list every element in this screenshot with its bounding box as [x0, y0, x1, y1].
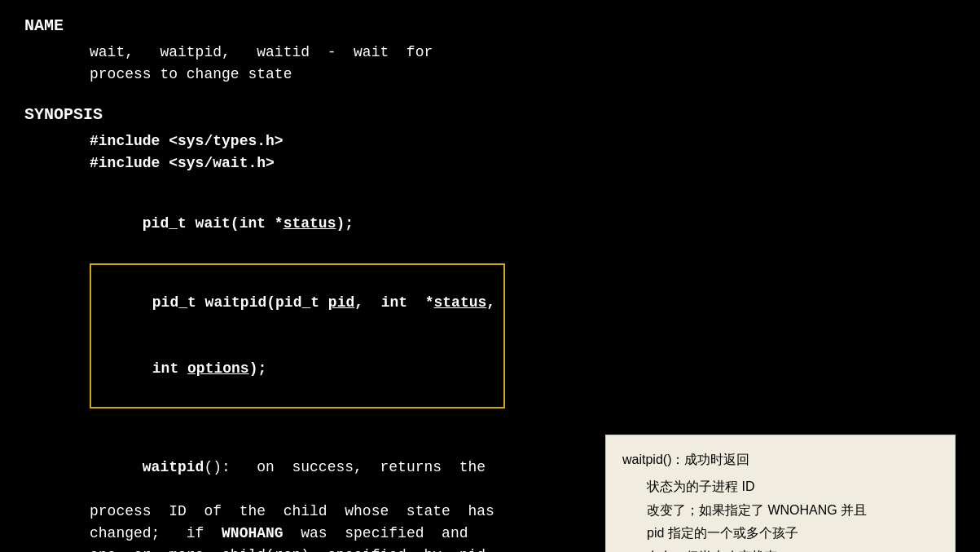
- include1-line: #include <sys/types.h>: [90, 130, 956, 152]
- description-text-block: waitpid(): on success, returns the proce…: [24, 435, 644, 552]
- synopsis-section: SYNOPSIS #include <sys/types.h> #include…: [24, 105, 956, 415]
- pid-underline: pid: [328, 294, 354, 311]
- tooltip-title: waitpid()：成功时返回: [622, 448, 938, 472]
- name-section: NAME wait, waitpid, waitid - wait for pr…: [24, 16, 956, 86]
- wnohang-bold: WNOHANG: [222, 525, 283, 541]
- wait-sig-text: pid_t wait(int *status);: [143, 215, 354, 232]
- waitpid-sig-text1: pid_t waitpid(pid_t pid, int *status,: [152, 294, 495, 311]
- synopsis-heading: SYNOPSIS: [24, 105, 956, 124]
- name-line2: process to change state: [90, 64, 956, 86]
- tooltip-box: waitpid()：成功时返回 状态为的子进程 ID 改变了；如果指定了 WNO…: [605, 435, 956, 552]
- name-line1: wait, waitpid, waitid - wait for: [90, 42, 956, 64]
- waitpid-bold: waitpid: [143, 459, 204, 475]
- tooltip-line2: 改变了；如果指定了 WNOHANG 并且: [647, 499, 938, 523]
- synopsis-content: #include <sys/types.h> #include <sys/wai…: [24, 130, 956, 257]
- wait-sig-line: pid_t wait(int *status);: [90, 191, 956, 257]
- tooltip-line3: pid 指定的一个或多个孩子: [647, 522, 938, 545]
- waitpid-highlight-box: pid_t waitpid(pid_t pid, int *status, in…: [90, 263, 505, 408]
- options-underline: options: [187, 360, 249, 377]
- tooltip-content: 状态为的子进程 ID 改变了；如果指定了 WNOHANG 并且 pid 指定的一…: [622, 475, 938, 552]
- desc-line4: one or more child(ren) specified by pid: [90, 545, 644, 552]
- status-underline1: status: [283, 215, 336, 232]
- tooltip-line1: 状态为的子进程 ID: [647, 475, 938, 499]
- tooltip-line4: 存在，但尚未改变状态，: [647, 545, 938, 552]
- desc-line3: changed; if WNOHANG was specified and: [90, 523, 644, 545]
- waitpid-sig-line2: int options);: [99, 336, 495, 402]
- include2-line: #include <sys/wait.h>: [90, 152, 956, 174]
- description-section: waitpid(): on success, returns the proce…: [24, 435, 956, 552]
- desc-line2: process ID of the child whose state has: [90, 501, 644, 523]
- desc-line1: waitpid(): on success, returns the: [90, 435, 644, 501]
- waitpid-sig-line1: pid_t waitpid(pid_t pid, int *status,: [99, 270, 495, 336]
- pid-underline2: pid: [459, 547, 486, 552]
- status-underline2: status: [433, 294, 486, 311]
- name-heading: NAME: [24, 16, 956, 35]
- waitpid-sig-text2: int options);: [152, 360, 266, 377]
- name-content: wait, waitpid, waitid - wait for process…: [24, 42, 956, 86]
